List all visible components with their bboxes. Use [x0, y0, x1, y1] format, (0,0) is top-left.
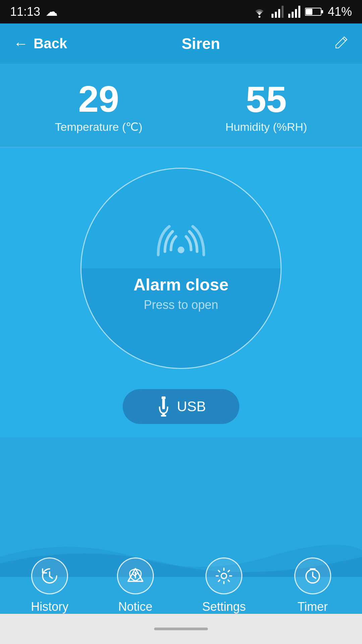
home-bar	[0, 614, 362, 644]
svg-rect-1	[272, 14, 274, 18]
timer-label: Timer	[297, 600, 328, 614]
nav-item-settings[interactable]: Settings	[202, 557, 246, 614]
nav-item-notice[interactable]: Notice	[117, 557, 154, 614]
alarm-button[interactable]: Alarm close Press to open	[80, 168, 282, 369]
usb-section: USB	[123, 389, 239, 424]
svg-point-12	[178, 247, 184, 253]
svg-rect-8	[298, 6, 300, 18]
nav-item-history[interactable]: History	[31, 557, 68, 614]
bottom-nav: History Notice Settings	[0, 557, 362, 614]
svg-rect-3	[278, 9, 280, 18]
humidity-label: Humidity (%RH)	[225, 120, 307, 133]
page-title: Siren	[182, 35, 220, 53]
svg-rect-2	[275, 12, 277, 18]
signal-icon	[272, 6, 284, 18]
time-display: 11:13	[10, 5, 40, 19]
settings-label: Settings	[202, 600, 246, 614]
svg-rect-5	[288, 14, 290, 18]
cloud-icon: ☁	[46, 5, 58, 19]
notice-icon-circle	[117, 557, 154, 594]
svg-rect-13	[162, 396, 166, 399]
status-left: 11:13 ☁	[10, 5, 58, 19]
svg-point-18	[221, 573, 227, 579]
timer-icon	[304, 567, 322, 585]
timer-icon-circle	[294, 557, 331, 594]
home-indicator	[154, 628, 208, 630]
history-label: History	[31, 600, 68, 614]
nav-item-timer[interactable]: Timer	[294, 557, 331, 614]
signal2-icon	[288, 6, 300, 18]
battery-icon	[305, 7, 323, 17]
status-bar: 11:13 ☁ 41%	[0, 0, 362, 23]
temperature-value: 29	[78, 80, 119, 117]
alarm-hint: Press to open	[144, 298, 218, 312]
siren-waves-icon	[151, 225, 211, 275]
main-content: Alarm close Press to open USB	[0, 148, 362, 437]
usb-button[interactable]: USB	[123, 389, 239, 424]
svg-rect-6	[292, 12, 294, 18]
svg-rect-7	[295, 9, 297, 18]
svg-rect-16	[161, 415, 166, 417]
humidity-display: 55 Humidity (%RH)	[225, 81, 307, 133]
back-button[interactable]: ← Back	[13, 35, 67, 52]
svg-rect-4	[282, 6, 284, 18]
back-label: Back	[34, 36, 67, 52]
alarm-status: Alarm close	[133, 275, 228, 294]
temperature-display: 29 Temperature (℃)	[55, 80, 142, 133]
svg-point-0	[258, 16, 260, 18]
svg-rect-10	[306, 9, 312, 15]
usb-icon	[156, 396, 171, 417]
notice-icon	[126, 567, 144, 585]
back-arrow-icon: ←	[13, 35, 28, 52]
edit-button[interactable]	[335, 35, 349, 52]
svg-rect-14	[162, 399, 165, 409]
notice-label: Notice	[118, 600, 153, 614]
temperature-label: Temperature (℃)	[55, 120, 142, 133]
svg-rect-11	[321, 10, 323, 13]
usb-label: USB	[177, 398, 206, 415]
history-icon	[41, 567, 59, 585]
sensor-section: 29 Temperature (℃) 55 Humidity (%RH)	[0, 64, 362, 147]
history-icon-circle	[31, 557, 68, 594]
settings-icon-circle	[205, 557, 242, 594]
settings-icon	[215, 567, 233, 585]
wifi-icon	[252, 6, 267, 18]
battery-percent: 41%	[328, 5, 352, 19]
status-right: 41%	[252, 5, 352, 19]
humidity-value: 55	[246, 81, 287, 118]
app-header: ← Back Siren	[0, 23, 362, 64]
